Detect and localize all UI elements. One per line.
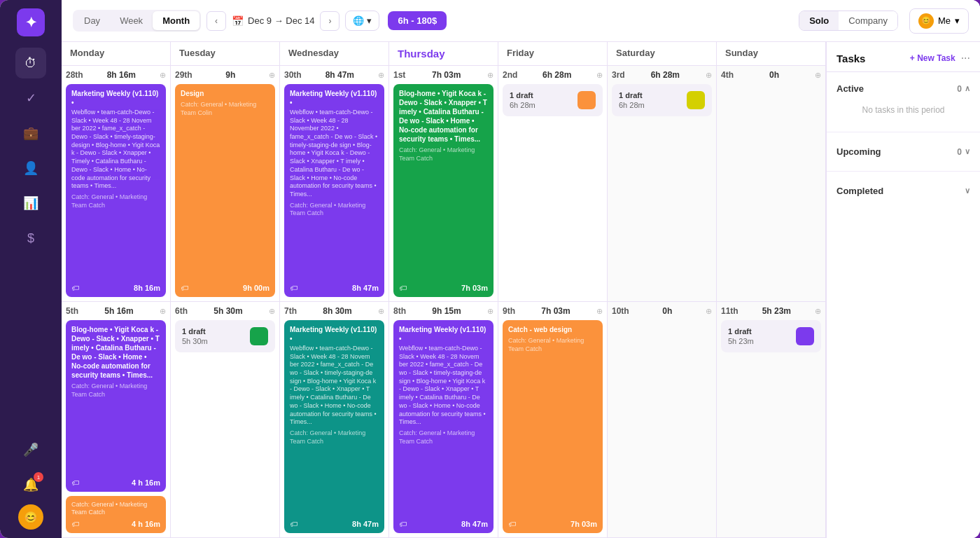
- cell-6: 6th 5h 30m ⊕ 1 draft 5h 30m: [171, 302, 280, 537]
- date-range: 📅 Dec 9 → Dec 14: [232, 15, 314, 27]
- completed-section-header[interactable]: Completed ∨: [836, 181, 970, 200]
- me-avatar: 😊: [918, 13, 934, 29]
- sidebar-item-bell[interactable]: 🔔 1: [15, 469, 46, 500]
- event-webdesign-9[interactable]: Catch - web design Catch: General • Mark…: [503, 320, 603, 533]
- cell-icon: ⊕: [815, 71, 821, 80]
- day-header-monday: Monday: [62, 42, 171, 65]
- globe-btn[interactable]: 🌐 ▾: [345, 11, 379, 31]
- upcoming-section-header[interactable]: Upcoming 0 ∨: [836, 142, 970, 161]
- event-marketing-8[interactable]: Marketing Weekly (v1.110) • Webflow • te…: [393, 320, 493, 533]
- draft-3[interactable]: 1 draft 6h 28m: [612, 84, 712, 116]
- active-chevron: ∧: [965, 84, 970, 93]
- tag-icon: 🏷: [508, 520, 516, 528]
- event-design-29[interactable]: Design Catch: General • Marketing Team C…: [175, 84, 275, 297]
- event-marketing-28[interactable]: Marketing Weekly (v1.110) • Webflow • te…: [66, 84, 166, 297]
- cell-icon: ⊕: [269, 307, 275, 316]
- no-tasks-message: No tasks in this period: [836, 98, 970, 122]
- event-marketing-7[interactable]: Marketing Weekly (v1.110) • Webflow • te…: [284, 320, 384, 533]
- app-logo[interactable]: ✦: [17, 8, 45, 36]
- tab-month[interactable]: Month: [153, 11, 200, 30]
- cell-icon: ⊕: [378, 71, 384, 80]
- cell-icon: ⊕: [596, 307, 603, 316]
- day-headers: Monday Tuesday Wednesday Thursday Friday…: [62, 42, 826, 66]
- solo-btn[interactable]: Solo: [799, 11, 839, 30]
- company-btn[interactable]: Company: [839, 11, 897, 30]
- tasks-completed-section: Completed ∨: [827, 174, 980, 207]
- draft-6[interactable]: 1 draft 5h 30m: [175, 320, 275, 352]
- globe-chevron: ▾: [367, 15, 372, 26]
- calendar-row-1: 28th 8h 16m ⊕ Marketing Weekly (v1.110) …: [62, 66, 826, 302]
- tasks-header: Tasks + New Task ···: [827, 42, 980, 72]
- cell-icon: ⊕: [487, 307, 493, 316]
- draft-color: [687, 91, 705, 109]
- draft-11[interactable]: 1 draft 5h 23m: [721, 320, 821, 352]
- tag-icon: 🏷: [71, 478, 79, 487]
- event-catch-5[interactable]: Catch: General • Marketing Team Catch 🏷 …: [66, 496, 166, 533]
- sidebar: ✦ ⏱ ✓ 💼 👤 📊 $ 🎤 🔔 1 😊: [0, 0, 62, 538]
- cell-icon: ⊕: [596, 71, 603, 80]
- calendar-grid: Monday Tuesday Wednesday Thursday Friday…: [62, 42, 826, 538]
- sidebar-item-check[interactable]: ✓: [15, 83, 46, 113]
- tag-icon: 🏷: [71, 284, 79, 292]
- cell-29: 29th 9h ⊕ Design Catch: General • Market…: [171, 66, 280, 301]
- bell-badge: 1: [34, 472, 43, 482]
- divider: [827, 132, 980, 132]
- tag-icon: 🏷: [181, 284, 188, 292]
- tab-week[interactable]: Week: [110, 11, 153, 30]
- completed-chevron: ∨: [965, 186, 970, 195]
- active-section-header[interactable]: Active 0 ∧: [836, 79, 970, 98]
- upcoming-count: 0: [957, 147, 962, 157]
- me-button[interactable]: 😊 Me ▾: [909, 8, 969, 34]
- cell-icon: ⊕: [706, 71, 712, 80]
- sidebar-item-chart[interactable]: 📊: [15, 188, 46, 219]
- tasks-active-section: Active 0 ∧ No tasks in this period: [827, 72, 980, 129]
- cell-4: 4th 0h ⊕: [717, 66, 826, 301]
- tasks-title: Tasks: [836, 53, 904, 64]
- cell-10: 10th 0h ⊕: [608, 302, 717, 537]
- cell-icon: ⊕: [706, 307, 712, 316]
- event-blog-5[interactable]: Blog-home • Yigit Koca k - Dewo - Slack …: [66, 320, 166, 492]
- cell-5: 5th 5h 16m ⊕ Blog-home • Yigit Koca k - …: [62, 302, 171, 537]
- sidebar-item-clock[interactable]: ⏱: [15, 48, 46, 78]
- event-blog-1[interactable]: Blog-home • Yigit Koca k - Dewo - Slack …: [393, 84, 493, 297]
- next-arrow[interactable]: ›: [320, 11, 340, 31]
- upcoming-label: Upcoming: [836, 146, 881, 157]
- time-range: 6h - 180$: [388, 11, 447, 30]
- cell-icon: ⊕: [378, 307, 384, 316]
- prev-arrow[interactable]: ‹: [206, 11, 226, 31]
- cell-icon: ⊕: [815, 307, 821, 316]
- cell-9: 9th 7h 03m ⊕ Catch - web design Catch: G…: [498, 302, 608, 537]
- day-header-saturday: Saturday: [608, 42, 717, 65]
- tag-icon: 🏷: [290, 520, 298, 528]
- tab-day[interactable]: Day: [74, 11, 110, 30]
- globe-icon: 🌐: [353, 15, 364, 26]
- sidebar-item-mic[interactable]: 🎤: [15, 434, 46, 465]
- topbar: Day Week Month ‹ 📅 Dec 9 → Dec 14 › 🌐 ▾ …: [62, 0, 980, 42]
- cell-28: 28th 8h 16m ⊕ Marketing Weekly (v1.110) …: [62, 66, 171, 301]
- sidebar-item-dollar[interactable]: $: [15, 223, 46, 254]
- draft-color: [250, 327, 268, 345]
- day-header-thursday: Thursday: [389, 42, 498, 65]
- avatar[interactable]: 😊: [18, 504, 43, 530]
- cell-8: 8th 9h 15m ⊕ Marketing Weekly (v1.110) •…: [389, 302, 498, 537]
- sidebar-item-briefcase[interactable]: 💼: [15, 118, 46, 149]
- calendar-area: Monday Tuesday Wednesday Thursday Friday…: [62, 42, 980, 538]
- cell-30: 30th 8h 47m ⊕ Marketing Weekly (v1.110) …: [280, 66, 389, 301]
- tag-icon: 🏷: [71, 520, 79, 528]
- cell-icon: ⊕: [160, 71, 166, 80]
- sidebar-item-person[interactable]: 👤: [15, 153, 46, 184]
- calendar-icon: 📅: [232, 15, 244, 27]
- day-header-wednesday: Wednesday: [280, 42, 389, 65]
- tasks-panel: Tasks + New Task ··· Active 0 ∧ No tasks…: [826, 42, 980, 538]
- day-header-tuesday: Tuesday: [171, 42, 280, 65]
- tag-icon: 🏷: [399, 284, 407, 292]
- new-task-button[interactable]: + New Task: [910, 53, 955, 63]
- event-marketing-30[interactable]: Marketing Weekly (v1.110) • Webflow • te…: [284, 84, 384, 297]
- cell-1: 1st 7h 03m ⊕ Blog-home • Yigit Koca k - …: [389, 66, 498, 301]
- draft-2[interactable]: 1 draft 6h 28m: [503, 84, 603, 116]
- tasks-menu[interactable]: ···: [961, 52, 970, 64]
- active-label: Active: [836, 83, 864, 94]
- cell-3: 3rd 6h 28m ⊕ 1 draft 6h 28m: [608, 66, 717, 301]
- day-header-friday: Friday: [498, 42, 608, 65]
- me-chevron: ▾: [955, 15, 960, 26]
